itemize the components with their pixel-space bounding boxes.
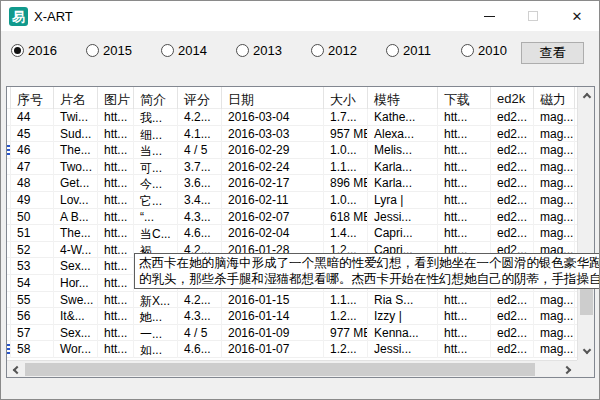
table-cell: Karla... — [368, 159, 438, 176]
table-cell: mag... — [534, 109, 575, 126]
table-viewport: 序号片名图片简介评分日期大小模特下载ed2k磁力 44Twi...htt...我… — [7, 87, 577, 360]
table-cell: Jessi... — [368, 341, 438, 358]
radio-circle-icon — [161, 44, 174, 57]
chevron-left-icon — [13, 365, 21, 373]
table-cell: Swe... — [54, 292, 98, 309]
table-cell: 977 MB — [324, 325, 368, 342]
year-radio-label: 2015 — [103, 43, 132, 58]
table-cell: Twi... — [54, 109, 98, 126]
table-cell: 44 — [11, 109, 54, 126]
table-cell: htt... — [438, 126, 491, 143]
year-radio-2015[interactable]: 2015 — [86, 43, 132, 58]
column-header-11[interactable]: 磁力 — [534, 87, 575, 109]
table-cell: mag... — [534, 325, 575, 342]
table-cell: htt... — [438, 225, 491, 242]
table-row[interactable]: 47Two...htt...可...3.7...2016-02-241.1...… — [7, 159, 577, 176]
clipped-column-cell — [7, 341, 11, 358]
minimize-button[interactable] — [467, 1, 511, 31]
year-radio-2016[interactable]: 2016 — [11, 43, 57, 58]
clipped-column-cell — [7, 225, 11, 242]
year-radio-2013[interactable]: 2013 — [236, 43, 282, 58]
radio-circle-icon — [311, 44, 324, 57]
table-cell: 4-W... — [54, 242, 98, 259]
column-header-8[interactable]: 模特 — [368, 87, 438, 109]
table-cell: htt... — [98, 159, 134, 176]
table-cell: mag... — [534, 225, 575, 242]
table-row[interactable]: 58Wor...htt...如...4.6...2016-01-071.2...… — [7, 341, 577, 358]
table-cell: htt... — [438, 192, 491, 209]
maximize-icon — [528, 11, 538, 21]
table-cell: The... — [54, 225, 98, 242]
table-cell: 细... — [134, 126, 178, 143]
clipped-column-cell — [7, 308, 11, 325]
table-cell: 2016-02-17 — [222, 175, 324, 192]
table-row[interactable]: 44Twi...htt...我...4.2...2016-03-041.7...… — [7, 109, 577, 126]
column-header-1[interactable]: 序号 — [11, 87, 54, 109]
column-header-7[interactable]: 大小 — [324, 87, 368, 109]
table-cell: 48 — [11, 175, 54, 192]
column-header-5[interactable]: 评分 — [178, 87, 222, 109]
table-cell: Kathe... — [368, 109, 438, 126]
table-row[interactable]: 45Sud...htt...细...4.1...2016-03-03957 MB… — [7, 126, 577, 143]
scroll-up-button[interactable] — [578, 87, 595, 104]
table-cell: 当... — [134, 142, 178, 159]
table-cell: 58 — [11, 341, 54, 358]
year-radio-2010[interactable]: 2010 — [461, 43, 507, 58]
year-radio-2014[interactable]: 2014 — [161, 43, 207, 58]
table-cell: 52 — [11, 242, 54, 259]
horizontal-scrollbar[interactable] — [7, 360, 577, 377]
table-cell: Two... — [54, 159, 98, 176]
table-cell: ed2... — [491, 308, 534, 325]
table-row[interactable]: 55Swe...htt...新X...4.2...2016-01-151.1..… — [7, 292, 577, 309]
chevron-down-icon — [582, 346, 590, 354]
table-cell: 1.1... — [324, 159, 368, 176]
horizontal-scroll-thumb[interactable] — [25, 363, 535, 376]
table-cell: htt... — [438, 209, 491, 226]
table-row[interactable]: 50A B...htt...“...4.3...2016-02-07618 MB… — [7, 209, 577, 226]
vertical-scrollbar[interactable] — [577, 87, 594, 360]
table-cell: htt... — [438, 308, 491, 325]
table-cell: Izzy | — [368, 308, 438, 325]
year-radio-label: 2010 — [478, 43, 507, 58]
scrollbar-corner — [577, 360, 594, 377]
table-cell: 4.3... — [178, 209, 222, 226]
table-row[interactable]: 56It&...htt...她...4.3...2016-01-141.2...… — [7, 308, 577, 325]
table-row[interactable]: 48Get...htt...今...3.6...2016-02-17896 MB… — [7, 175, 577, 192]
scroll-down-button[interactable] — [578, 343, 595, 360]
column-header-9[interactable]: 下载 — [438, 87, 491, 109]
column-header-4[interactable]: 简介 — [134, 87, 178, 109]
results-table: 序号片名图片简介评分日期大小模特下载ed2k磁力 44Twi...htt...我… — [6, 86, 595, 378]
table-cell: htt... — [98, 275, 134, 292]
year-radio-2012[interactable]: 2012 — [311, 43, 357, 58]
table-cell: htt... — [98, 175, 134, 192]
column-header-6[interactable]: 日期 — [222, 87, 324, 109]
table-cell: 55 — [11, 292, 54, 309]
table-row[interactable]: 51The...htt...当C...4.6...2016-02-041.4..… — [7, 225, 577, 242]
clipped-column-cell — [7, 258, 11, 275]
table-cell: ed2... — [491, 209, 534, 226]
table-cell: ed2... — [491, 175, 534, 192]
scroll-left-button[interactable] — [7, 361, 24, 378]
scroll-right-button[interactable] — [560, 361, 577, 378]
tooltip-line-2: 的乳头，那些杀手腿和湿猫都想看哪。杰西卡开始在性幻想她自己的阴蒂，手指操自 — [139, 271, 600, 287]
table-cell: 1.2... — [324, 308, 368, 325]
table-row[interactable]: 49Lov...htt...它...3.4...2016-02-111.0...… — [7, 192, 577, 209]
table-row[interactable]: 57Sex...htt...一...4 / 52016-01-09977 MBK… — [7, 325, 577, 342]
table-cell: 她... — [134, 308, 178, 325]
table-cell: mag... — [534, 175, 575, 192]
table-row[interactable]: 46The...htt...当...4 / 52016-02-291.0...M… — [7, 142, 577, 159]
column-header-10[interactable]: ed2k — [491, 87, 534, 109]
year-radio-2011[interactable]: 2011 — [386, 43, 431, 58]
table-cell: It&... — [54, 308, 98, 325]
year-filter-bar: 2016201520142013201220112010 查看 — [1, 31, 599, 76]
table-cell: Alexa... — [368, 126, 438, 143]
column-header-3[interactable]: 图片 — [98, 87, 134, 109]
table-cell: 49 — [11, 192, 54, 209]
view-button[interactable]: 查看 — [521, 42, 584, 64]
column-header-2[interactable]: 片名 — [54, 87, 98, 109]
close-button[interactable]: ✕ — [555, 1, 599, 31]
table-cell: ed2... — [491, 292, 534, 309]
table-cell: 53 — [11, 258, 54, 275]
table-cell: mag... — [534, 159, 575, 176]
table-cell: htt... — [438, 325, 491, 342]
